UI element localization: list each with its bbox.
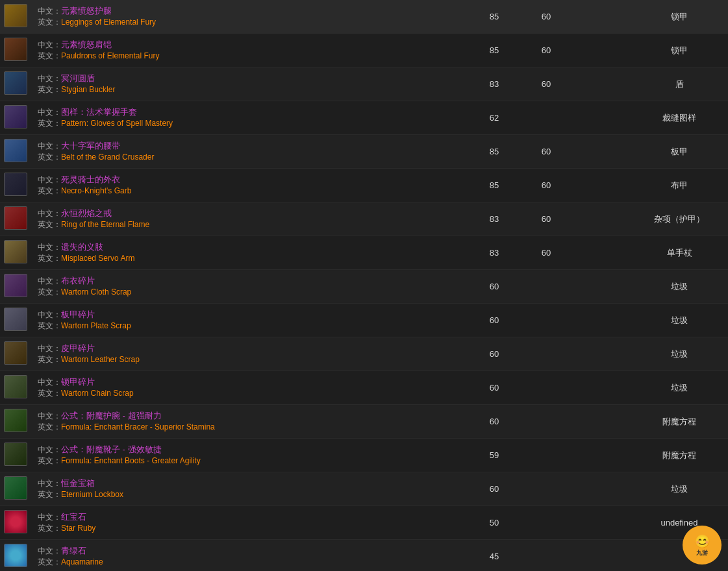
spacer-cell [572, 236, 637, 270]
table-row[interactable]: 中文：青绿石英文：Aquamarine45 [0, 540, 728, 572]
cn-name-platescrap: 中文：板甲碎片 [38, 309, 462, 321]
cn-name-ring: 中文：永恒烈焰之戒 [38, 208, 462, 219]
spacer-cell [572, 135, 637, 169]
icon-cell [0, 506, 31, 540]
item-level-chainscrap: 60 [468, 371, 520, 405]
en-name-shield: 英文：Stygian Buckler [38, 84, 462, 95]
spacer-cell [572, 506, 637, 540]
name-cell-garb: 中文：死灵骑士的外衣英文：Necro-Knight's Garb [31, 169, 468, 202]
item-type-ring: 杂项（护甲） [637, 202, 728, 236]
spacer-cell [572, 371, 637, 405]
table-row[interactable]: 中文：冥河圆盾英文：Stygian Buckler8360盾 [0, 67, 728, 101]
table-row[interactable]: 中文：板甲碎片英文：Wartorn Plate Scrap60垃圾 [0, 304, 728, 337]
spacer-cell [572, 337, 637, 371]
table-row[interactable]: 中文：公式：附魔护腕 - 超强耐力英文：Formula: Enchant Bra… [0, 405, 728, 439]
icon-cell [0, 34, 31, 67]
spacer-cell [572, 472, 637, 506]
spacer-cell [572, 304, 637, 337]
item-type-chainscrap: 垃圾 [637, 371, 728, 405]
icon-cell [0, 101, 31, 135]
icon-cell [0, 169, 31, 202]
spacer-cell [572, 67, 637, 101]
item-type-clothscrap: 垃圾 [637, 270, 728, 304]
table-row[interactable]: 中文：图样：法术掌握手套英文：Pattern: Gloves of Spell … [0, 101, 728, 135]
en-name-ring: 英文：Ring of the Eternal Flame [38, 219, 462, 230]
cn-name-pattern: 中文：图样：法术掌握手套 [38, 106, 462, 118]
cn-name-garb: 中文：死灵骑士的外衣 [38, 174, 462, 186]
item-icon-shield [4, 71, 27, 95]
item-icon-pattern [4, 105, 27, 128]
table-row[interactable]: 中文：恒金宝箱英文：Eternium Lockbox60垃圾 [0, 472, 728, 506]
cn-name-belt: 中文：大十字军的腰带 [38, 140, 462, 152]
item-table: 中文：元素愤怒护腿英文：Leggings of Elemental Fury85… [0, 0, 728, 571]
en-name-leggings: 英文：Leggings of Elemental Fury [38, 17, 462, 28]
item-level-clothscrap: 60 [468, 270, 520, 304]
table-row[interactable]: 中文：布衣碎片英文：Wartorn Cloth Scrap60垃圾 [0, 270, 728, 304]
name-cell-chainscrap: 中文：锁甲碎片英文：Wartorn Chain Scrap [31, 371, 468, 405]
item-level-garb: 85 [468, 169, 520, 202]
name-cell-leatherscrap: 中文：皮甲碎片英文：Wartorn Leather Scrap [31, 337, 468, 371]
table-row[interactable]: 中文：遗失的义肢英文：Misplaced Servo Arm8360单手杖 [0, 236, 728, 270]
req-level-servo: 60 [520, 236, 572, 270]
req-level-leggings: 60 [520, 0, 572, 34]
req-level-pattern [520, 101, 572, 135]
icon-cell [0, 202, 31, 236]
table-row[interactable]: 中文：元素愤怒护腿英文：Leggings of Elemental Fury85… [0, 0, 728, 34]
req-level-platescrap [520, 304, 572, 337]
icon-cell [0, 405, 31, 439]
item-level-platescrap: 60 [468, 304, 520, 337]
item-level-pattern: 62 [468, 101, 520, 135]
watermark-label: 九游 [694, 549, 710, 557]
icon-cell [0, 439, 31, 472]
item-level-ring: 83 [468, 202, 520, 236]
item-icon-lockbox [4, 476, 27, 500]
name-cell-belt: 中文：大十字军的腰带英文：Belt of the Grand Crusader [31, 135, 468, 169]
cn-name-formula1: 中文：公式：附魔护腕 - 超强耐力 [38, 410, 462, 422]
item-type-pauldrons: 锁甲 [637, 34, 728, 67]
item-level-lockbox: 60 [468, 472, 520, 506]
en-name-belt: 英文：Belt of the Grand Crusader [38, 152, 462, 163]
item-icon-aqua [4, 544, 27, 567]
item-level-servo: 83 [468, 236, 520, 270]
item-level-ruby: 50 [468, 506, 520, 540]
item-type-formula1: 附魔方程 [637, 405, 728, 439]
item-icon-leatherscrap [4, 341, 27, 365]
item-level-leggings: 85 [468, 0, 520, 34]
name-cell-servo: 中文：遗失的义肢英文：Misplaced Servo Arm [31, 236, 468, 270]
item-icon-garb [4, 173, 27, 196]
table-row[interactable]: 中文：公式：附魔靴子 - 强效敏捷英文：Formula: Enchant Boo… [0, 439, 728, 472]
name-cell-clothscrap: 中文：布衣碎片英文：Wartorn Cloth Scrap [31, 270, 468, 304]
item-icon-ring [4, 206, 27, 230]
item-icon-servo [4, 240, 27, 263]
table-row[interactable]: 中文：皮甲碎片英文：Wartorn Leather Scrap60垃圾 [0, 337, 728, 371]
item-level-aqua: 45 [468, 540, 520, 572]
item-level-formula1: 60 [468, 405, 520, 439]
name-cell-formula2: 中文：公式：附魔靴子 - 强效敏捷英文：Formula: Enchant Boo… [31, 439, 468, 472]
req-level-lockbox [520, 472, 572, 506]
req-level-formula2 [520, 439, 572, 472]
table-row[interactable]: 中文：永恒烈焰之戒英文：Ring of the Eternal Flame836… [0, 202, 728, 236]
req-level-shield: 60 [520, 67, 572, 101]
en-name-chainscrap: 英文：Wartorn Chain Scrap [38, 388, 462, 399]
name-cell-formula1: 中文：公式：附魔护腕 - 超强耐力英文：Formula: Enchant Bra… [31, 405, 468, 439]
table-row[interactable]: 中文：红宝石英文：Star Ruby50undefined [0, 506, 728, 540]
en-name-clothscrap: 英文：Wartorn Cloth Scrap [38, 287, 462, 298]
table-row[interactable]: 中文：死灵骑士的外衣英文：Necro-Knight's Garb8560布甲 [0, 169, 728, 202]
watermark-face: 😊 [694, 533, 710, 549]
en-name-ruby: 英文：Star Ruby [38, 523, 462, 534]
en-name-leatherscrap: 英文：Wartorn Leather Scrap [38, 354, 462, 365]
spacer-cell [572, 0, 637, 34]
table-row[interactable]: 中文：大十字军的腰带英文：Belt of the Grand Crusader8… [0, 135, 728, 169]
spacer-cell [572, 202, 637, 236]
item-icon-leggings [4, 4, 27, 27]
cn-name-ruby: 中文：红宝石 [38, 511, 462, 523]
spacer-cell [572, 34, 637, 67]
icon-cell [0, 337, 31, 371]
name-cell-pattern: 中文：图样：法术掌握手套英文：Pattern: Gloves of Spell … [31, 101, 468, 135]
icon-cell [0, 0, 31, 34]
spacer-cell [572, 270, 637, 304]
table-row[interactable]: 中文：锁甲碎片英文：Wartorn Chain Scrap60垃圾 [0, 371, 728, 405]
cn-name-pauldrons: 中文：元素愤怒肩铠 [38, 39, 462, 51]
table-row[interactable]: 中文：元素愤怒肩铠英文：Pauldrons of Elemental Fury8… [0, 34, 728, 67]
req-level-aqua [520, 540, 572, 572]
